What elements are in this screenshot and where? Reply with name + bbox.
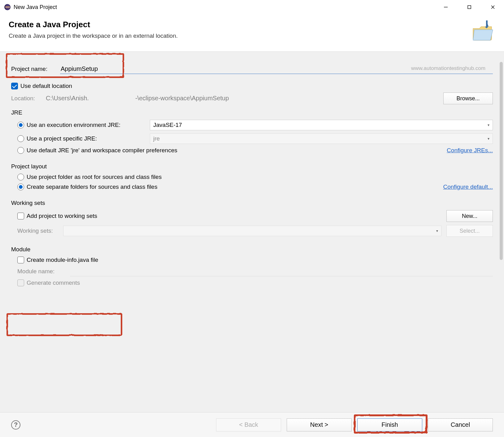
- watermark: www.automationtestinghub.com: [411, 65, 485, 71]
- chevron-down-icon: ▾: [488, 136, 489, 141]
- generate-comments-checkbox: [17, 279, 24, 286]
- chevron-down-icon: ▾: [488, 123, 489, 127]
- create-module-info-checkbox[interactable]: [17, 257, 24, 263]
- jre-project-specific-radio[interactable]: [17, 135, 24, 142]
- layout-group-label: Project layout: [11, 163, 493, 170]
- working-sets-group-label: Working sets: [11, 200, 493, 206]
- configure-default-link[interactable]: Configure default...: [443, 184, 493, 190]
- folder-java-icon: [471, 20, 495, 45]
- svg-rect-4: [5, 8, 10, 8]
- window-title: New Java Project: [14, 4, 438, 11]
- titlebar: New Java Project: [0, 0, 504, 14]
- use-default-location-checkbox[interactable]: [11, 83, 18, 89]
- configure-jres-link[interactable]: Configure JREs...: [447, 147, 493, 154]
- wizard-footer: ? < Back Next > Finish Cancel: [0, 412, 504, 437]
- layout-root-radio[interactable]: [17, 174, 24, 180]
- svg-rect-9: [486, 20, 488, 28]
- jre-project-specific-select: jre▾: [150, 133, 493, 144]
- working-sets-select: ▾: [63, 226, 441, 236]
- page-subtitle: Create a Java project in the workspace o…: [9, 32, 471, 39]
- jre-default-radio[interactable]: [17, 147, 24, 154]
- generate-comments-label: Generate comments: [27, 279, 80, 286]
- jre-group-label: JRE: [11, 109, 493, 116]
- create-module-info-label: Create module-info.java file: [27, 257, 98, 263]
- module-name-label: Module name:: [17, 268, 70, 275]
- wizard-body: www.automationtestinghub.com Project nam…: [0, 52, 504, 413]
- location-input: [45, 93, 438, 103]
- svg-rect-3: [5, 7, 10, 7]
- help-icon[interactable]: ?: [11, 420, 20, 430]
- scrollbar[interactable]: [500, 62, 503, 260]
- cancel-button[interactable]: Cancel: [428, 418, 493, 431]
- jre-default-label: Use default JRE 'jre' and workspace comp…: [27, 147, 447, 154]
- next-button[interactable]: Next >: [287, 418, 352, 431]
- select-working-set-button: Select...: [446, 225, 493, 237]
- project-name-label: Project name:: [11, 66, 60, 72]
- location-label: Location:: [11, 95, 45, 102]
- wizard-header: Create a Java Project Create a Java proj…: [0, 14, 504, 52]
- finish-button[interactable]: Finish: [357, 418, 422, 431]
- close-button[interactable]: [485, 1, 500, 13]
- back-button: < Back: [216, 418, 281, 431]
- chevron-down-icon: ▾: [436, 229, 438, 233]
- svg-rect-2: [5, 6, 10, 6]
- annotation-highlight: [6, 313, 122, 336]
- jre-execution-env-label: Use an execution environment JRE:: [27, 122, 150, 128]
- svg-rect-6: [468, 6, 471, 9]
- new-working-set-button[interactable]: New...: [446, 210, 493, 222]
- jre-execution-env-radio[interactable]: [17, 122, 24, 128]
- page-title: Create a Java Project: [9, 20, 471, 29]
- module-group-label: Module: [11, 246, 493, 253]
- add-to-working-sets-checkbox[interactable]: [17, 213, 24, 219]
- layout-root-label: Use project folder as root for sources a…: [27, 174, 162, 180]
- module-name-input: [70, 266, 493, 276]
- use-default-location-label: Use default location: [20, 83, 72, 89]
- add-to-working-sets-label: Add project to working sets: [27, 213, 446, 219]
- maximize-button[interactable]: [462, 1, 477, 13]
- layout-separate-label: Create separate folders for sources and …: [27, 184, 443, 190]
- minimize-button[interactable]: [438, 1, 453, 13]
- working-sets-label: Working sets:: [17, 227, 63, 234]
- jre-project-specific-label: Use a project specific JRE:: [27, 135, 150, 142]
- eclipse-icon: [4, 3, 11, 11]
- jre-execution-env-select[interactable]: JavaSE-17▾: [150, 120, 493, 130]
- browse-button[interactable]: Browse...: [443, 93, 493, 104]
- layout-separate-radio[interactable]: [17, 184, 24, 190]
